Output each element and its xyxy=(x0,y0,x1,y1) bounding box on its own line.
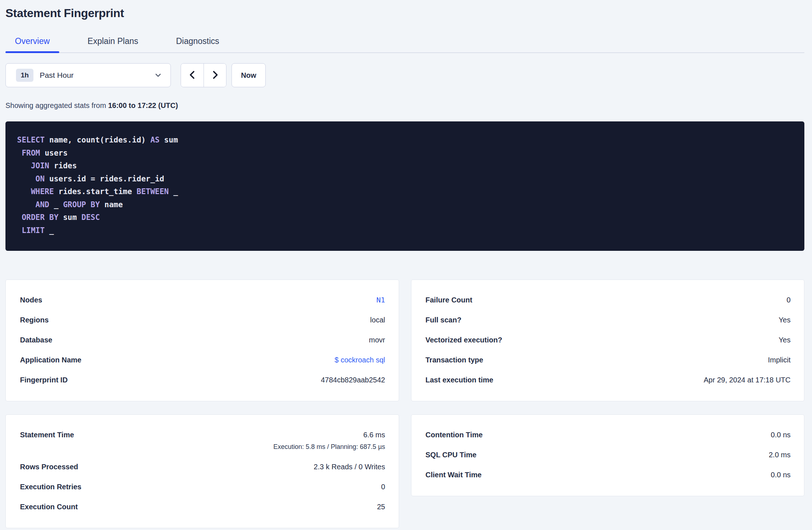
stat-value-group: 2.0 ms xyxy=(769,450,791,460)
stat-label: Application Name xyxy=(20,355,81,365)
sql-keyword: AND xyxy=(36,200,49,209)
sql-keyword: JOIN xyxy=(31,161,49,170)
stat-value-group: 2.3 k Reads / 0 Writes xyxy=(314,462,385,472)
stat-label: Client Wait Time xyxy=(426,470,482,480)
stat-label: Failure Count xyxy=(426,295,473,305)
sql-keyword: FROM xyxy=(22,149,40,157)
sql-text xyxy=(17,161,31,170)
stat-value-group: Yes xyxy=(779,335,791,345)
link-nodes[interactable]: N1 xyxy=(376,296,385,304)
sql-keyword: DESC xyxy=(81,213,100,222)
sql-text: rides xyxy=(49,161,77,170)
sql-text: users.id = rides.rider_id xyxy=(45,174,164,183)
wait-times-card: Contention Time0.0 nsSQL CPU Time2.0 msC… xyxy=(411,414,805,496)
stat-value-group: local xyxy=(370,315,385,325)
stat-label: Full scan? xyxy=(426,315,462,325)
stat-label: Statement Time xyxy=(20,430,74,440)
value-execution-count: 25 xyxy=(377,503,385,511)
sql-text xyxy=(17,187,31,196)
tab-explain-plans[interactable]: Explain Plans xyxy=(78,36,148,52)
chevron-left-icon xyxy=(188,70,197,81)
summary-cards: NodesN1RegionslocalDatabasemovrApplicati… xyxy=(5,280,804,528)
sql-line: ON users.id = rides.rider_id xyxy=(17,173,793,186)
sql-line: WHERE rides.start_time BETWEEN _ xyxy=(17,185,793,198)
sql-line: ORDER BY sum DESC xyxy=(17,211,793,224)
statement-fingerprint-page: Statement Fingerprint OverviewExplain Pl… xyxy=(0,0,812,528)
time-prev-button[interactable] xyxy=(181,64,204,87)
stat-row-rows-processed: Rows Processed2.3 k Reads / 0 Writes xyxy=(20,462,385,472)
value-sql-cpu-time: 2.0 ms xyxy=(769,451,791,459)
chevron-down-icon xyxy=(154,72,162,79)
stat-label: Contention Time xyxy=(426,430,483,440)
stat-row-database: Databasemovr xyxy=(20,335,385,345)
sql-line: JOIN rides xyxy=(17,160,793,173)
value-regions: local xyxy=(370,316,385,324)
stat-row-contention-time: Contention Time0.0 ns xyxy=(426,430,791,440)
stat-label: Rows Processed xyxy=(20,462,78,472)
sql-keyword: WHERE xyxy=(31,187,54,196)
stat-value-group: $ cockroach sql xyxy=(335,355,385,365)
sql-line: AND _ GROUP BY name xyxy=(17,198,793,212)
time-next-button[interactable] xyxy=(204,64,226,87)
value-contention-time: 0.0 ns xyxy=(771,431,791,439)
sql-text: _ xyxy=(49,200,63,209)
tab-overview[interactable]: Overview xyxy=(5,36,59,52)
stat-value-group: Yes xyxy=(779,315,791,325)
sql-line: LIMIT _ xyxy=(17,224,793,237)
sql-line: SELECT name, count(rides.id) AS sum xyxy=(17,134,793,147)
stat-label: Regions xyxy=(20,315,49,325)
stat-value-group: 0.0 ns xyxy=(771,470,791,480)
execution-attributes-card: Failure Count0Full scan?YesVectorized ex… xyxy=(411,280,805,401)
value-database: movr xyxy=(369,336,385,344)
stat-row-statement-time: Statement Time6.6 msExecution: 5.8 ms / … xyxy=(20,430,385,452)
tab-bar: OverviewExplain PlansDiagnostics xyxy=(5,36,804,53)
stat-row-regions: Regionslocal xyxy=(20,315,385,325)
sql-text: name, count(rides.id) xyxy=(45,136,150,144)
stat-value-group: Apr 29, 2024 at 17:18 UTC xyxy=(704,375,791,385)
stat-label: Fingerprint ID xyxy=(20,375,68,385)
stat-value-group: Implicit xyxy=(768,355,791,365)
sql-keyword: ORDER BY xyxy=(22,213,59,222)
stat-value-group: 6.6 msExecution: 5.8 ms / Planning: 687.… xyxy=(273,430,385,452)
stat-row-nodes: NodesN1 xyxy=(20,295,385,305)
time-range-selector[interactable]: 1h Past Hour xyxy=(5,63,171,87)
stat-label: Last execution time xyxy=(426,375,494,385)
tab-diagnostics[interactable]: Diagnostics xyxy=(166,36,229,52)
sql-text: sum xyxy=(59,213,81,222)
stat-row-execution-retries: Execution Retries0 xyxy=(20,482,385,492)
stat-subvalue: Execution: 5.8 ms / Planning: 687.5 µs xyxy=(273,442,385,452)
time-toolbar: 1h Past Hour Now xyxy=(5,63,804,87)
link-application-name[interactable]: $ cockroach sql xyxy=(335,356,385,364)
stat-row-execution-count: Execution Count25 xyxy=(20,502,385,512)
sql-text xyxy=(17,200,36,209)
sql-text: rides.start_time xyxy=(54,187,137,196)
stat-row-vectorized-execution: Vectorized execution?Yes xyxy=(426,335,791,345)
stat-row-last-execution-time: Last execution timeApr 29, 2024 at 17:18… xyxy=(426,375,791,385)
sql-text xyxy=(17,226,22,235)
stat-row-application-name: Application Name$ cockroach sql xyxy=(20,355,385,365)
now-button[interactable]: Now xyxy=(232,63,266,87)
stat-label: Transaction type xyxy=(426,355,483,365)
value-failure-count: 0 xyxy=(787,296,791,304)
value-full-scan: Yes xyxy=(779,316,791,324)
sql-keyword: LIMIT xyxy=(22,226,45,235)
sql-keyword: GROUP BY xyxy=(63,200,100,209)
page-title: Statement Fingerprint xyxy=(5,7,804,20)
chevron-right-icon xyxy=(210,70,220,81)
stat-value-group: 0 xyxy=(381,482,385,492)
value-vectorized-execution: Yes xyxy=(779,336,791,344)
value-transaction-type: Implicit xyxy=(768,356,791,364)
time-range-badge: 1h xyxy=(16,69,33,82)
stat-value-group: 0 xyxy=(787,295,791,305)
sql-keyword: BETWEEN xyxy=(137,187,169,196)
stat-row-fingerprint-id: Fingerprint ID4784cb829aab2542 xyxy=(20,375,385,385)
aggregation-interval-text: Showing aggregated stats from 16:00 to 1… xyxy=(5,101,804,110)
value-client-wait-time: 0.0 ns xyxy=(771,471,791,479)
stat-row-sql-cpu-time: SQL CPU Time2.0 ms xyxy=(426,450,791,460)
value-rows-processed: 2.3 k Reads / 0 Writes xyxy=(314,463,385,471)
stat-value-group: N1 xyxy=(376,295,385,305)
time-step-buttons xyxy=(181,63,226,87)
stat-value-group: 4784cb829aab2542 xyxy=(321,375,385,385)
value-last-execution-time: Apr 29, 2024 at 17:18 UTC xyxy=(704,376,791,384)
stat-value-group: movr xyxy=(369,335,385,345)
